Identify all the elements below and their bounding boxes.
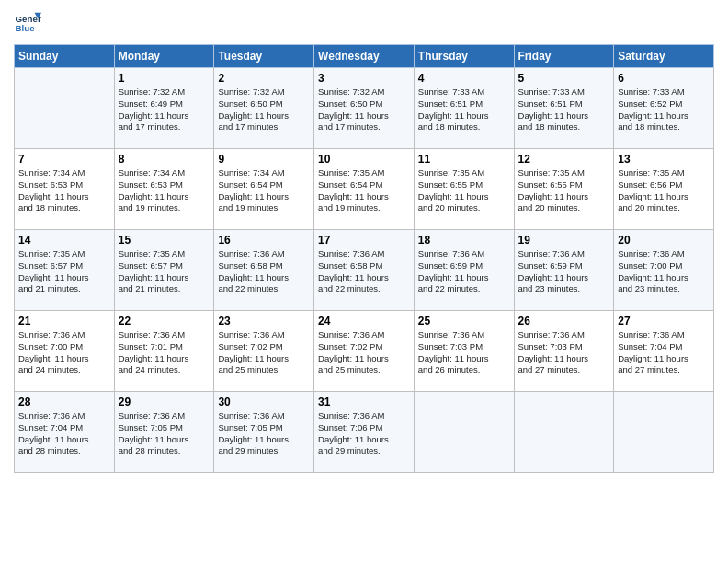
calendar-cell: 22Sunrise: 7:36 AM Sunset: 7:01 PM Dayli… <box>114 311 214 392</box>
day-info: Sunrise: 7:36 AM Sunset: 7:05 PM Dayligh… <box>218 410 310 457</box>
calendar-cell: 7Sunrise: 7:34 AM Sunset: 6:53 PM Daylig… <box>15 149 115 230</box>
calendar-cell <box>414 392 514 473</box>
calendar-cell: 15Sunrise: 7:35 AM Sunset: 6:57 PM Dayli… <box>114 230 214 311</box>
weekday-header-row: SundayMondayTuesdayWednesdayThursdayFrid… <box>15 45 714 68</box>
calendar-cell: 9Sunrise: 7:34 AM Sunset: 6:54 PM Daylig… <box>214 149 314 230</box>
calendar-body: 1Sunrise: 7:32 AM Sunset: 6:49 PM Daylig… <box>15 68 714 473</box>
day-info: Sunrise: 7:36 AM Sunset: 6:59 PM Dayligh… <box>518 248 610 295</box>
svg-text:Blue: Blue <box>16 23 36 33</box>
day-number: 3 <box>318 72 410 85</box>
calendar-cell: 12Sunrise: 7:35 AM Sunset: 6:55 PM Dayli… <box>514 149 614 230</box>
calendar-cell: 5Sunrise: 7:33 AM Sunset: 6:51 PM Daylig… <box>514 68 614 149</box>
calendar-cell: 20Sunrise: 7:36 AM Sunset: 7:00 PM Dayli… <box>614 230 714 311</box>
calendar-cell: 1Sunrise: 7:32 AM Sunset: 6:49 PM Daylig… <box>114 68 214 149</box>
day-info: Sunrise: 7:32 AM Sunset: 6:50 PM Dayligh… <box>218 86 310 133</box>
day-info: Sunrise: 7:36 AM Sunset: 6:58 PM Dayligh… <box>218 248 310 295</box>
day-number: 24 <box>318 315 410 327</box>
calendar-cell: 14Sunrise: 7:35 AM Sunset: 6:57 PM Dayli… <box>15 230 115 311</box>
weekday-header-sunday: Sunday <box>15 45 115 68</box>
calendar-cell: 4Sunrise: 7:33 AM Sunset: 6:51 PM Daylig… <box>414 68 514 149</box>
day-number: 16 <box>218 234 310 247</box>
day-info: Sunrise: 7:35 AM Sunset: 6:57 PM Dayligh… <box>18 248 110 295</box>
calendar-cell <box>514 392 614 473</box>
day-info: Sunrise: 7:34 AM Sunset: 6:53 PM Dayligh… <box>119 167 210 214</box>
day-number: 18 <box>418 234 510 247</box>
day-number: 23 <box>218 315 310 327</box>
calendar-cell: 31Sunrise: 7:36 AM Sunset: 7:06 PM Dayli… <box>314 392 415 473</box>
calendar-cell: 25Sunrise: 7:36 AM Sunset: 7:03 PM Dayli… <box>414 311 514 392</box>
calendar-cell: 17Sunrise: 7:36 AM Sunset: 6:58 PM Dayli… <box>314 230 415 311</box>
day-info: Sunrise: 7:32 AM Sunset: 6:50 PM Dayligh… <box>318 86 410 133</box>
day-number: 25 <box>418 315 510 327</box>
weekday-header-monday: Monday <box>114 45 214 68</box>
day-number: 9 <box>218 153 310 166</box>
day-info: Sunrise: 7:35 AM Sunset: 6:56 PM Dayligh… <box>618 167 710 214</box>
day-number: 27 <box>618 315 710 327</box>
week-row-4: 21Sunrise: 7:36 AM Sunset: 7:00 PM Dayli… <box>15 311 714 392</box>
day-number: 6 <box>618 72 710 85</box>
weekday-header-thursday: Thursday <box>414 45 514 68</box>
logo: General Blue <box>14 9 41 37</box>
day-info: Sunrise: 7:36 AM Sunset: 6:58 PM Dayligh… <box>318 248 410 295</box>
week-row-1: 1Sunrise: 7:32 AM Sunset: 6:49 PM Daylig… <box>15 68 714 149</box>
day-number: 15 <box>119 234 210 247</box>
day-info: Sunrise: 7:35 AM Sunset: 6:55 PM Dayligh… <box>518 167 610 214</box>
week-row-3: 14Sunrise: 7:35 AM Sunset: 6:57 PM Dayli… <box>15 230 714 311</box>
day-number: 30 <box>218 396 310 408</box>
calendar-cell: 11Sunrise: 7:35 AM Sunset: 6:55 PM Dayli… <box>414 149 514 230</box>
calendar-cell: 2Sunrise: 7:32 AM Sunset: 6:50 PM Daylig… <box>214 68 314 149</box>
day-info: Sunrise: 7:35 AM Sunset: 6:55 PM Dayligh… <box>418 167 510 214</box>
day-number: 4 <box>418 72 510 85</box>
calendar-cell: 23Sunrise: 7:36 AM Sunset: 7:02 PM Dayli… <box>214 311 314 392</box>
day-info: Sunrise: 7:36 AM Sunset: 7:04 PM Dayligh… <box>18 410 110 457</box>
day-number: 12 <box>518 153 610 166</box>
calendar-cell: 10Sunrise: 7:35 AM Sunset: 6:54 PM Dayli… <box>314 149 415 230</box>
day-info: Sunrise: 7:36 AM Sunset: 7:03 PM Dayligh… <box>418 329 510 376</box>
day-info: Sunrise: 7:32 AM Sunset: 6:49 PM Dayligh… <box>119 86 210 133</box>
day-number: 19 <box>518 234 610 247</box>
day-info: Sunrise: 7:36 AM Sunset: 7:04 PM Dayligh… <box>618 329 710 376</box>
day-info: Sunrise: 7:36 AM Sunset: 7:00 PM Dayligh… <box>618 248 710 295</box>
day-number: 17 <box>318 234 410 247</box>
calendar-cell: 21Sunrise: 7:36 AM Sunset: 7:00 PM Dayli… <box>15 311 115 392</box>
day-info: Sunrise: 7:36 AM Sunset: 7:01 PM Dayligh… <box>119 329 210 376</box>
day-number: 26 <box>518 315 610 327</box>
day-info: Sunrise: 7:33 AM Sunset: 6:52 PM Dayligh… <box>618 86 710 133</box>
day-number: 13 <box>618 153 710 166</box>
calendar-cell: 30Sunrise: 7:36 AM Sunset: 7:05 PM Dayli… <box>214 392 314 473</box>
page-container: General Blue SundayMondayTuesdayWednesda… <box>0 0 728 563</box>
calendar-cell: 28Sunrise: 7:36 AM Sunset: 7:04 PM Dayli… <box>15 392 115 473</box>
week-row-5: 28Sunrise: 7:36 AM Sunset: 7:04 PM Dayli… <box>15 392 714 473</box>
day-number: 10 <box>318 153 410 166</box>
day-number: 8 <box>119 153 210 166</box>
day-info: Sunrise: 7:35 AM Sunset: 6:54 PM Dayligh… <box>318 167 410 214</box>
day-info: Sunrise: 7:34 AM Sunset: 6:54 PM Dayligh… <box>218 167 310 214</box>
week-row-2: 7Sunrise: 7:34 AM Sunset: 6:53 PM Daylig… <box>15 149 714 230</box>
day-number: 21 <box>18 315 110 327</box>
weekday-header-tuesday: Tuesday <box>214 45 314 68</box>
calendar-cell: 24Sunrise: 7:36 AM Sunset: 7:02 PM Dayli… <box>314 311 415 392</box>
day-info: Sunrise: 7:36 AM Sunset: 7:02 PM Dayligh… <box>218 329 310 376</box>
day-number: 14 <box>18 234 110 247</box>
day-info: Sunrise: 7:36 AM Sunset: 7:02 PM Dayligh… <box>318 329 410 376</box>
calendar-cell: 6Sunrise: 7:33 AM Sunset: 6:52 PM Daylig… <box>614 68 714 149</box>
day-number: 7 <box>18 153 110 166</box>
day-number: 11 <box>418 153 510 166</box>
day-info: Sunrise: 7:35 AM Sunset: 6:57 PM Dayligh… <box>119 248 210 295</box>
weekday-header-friday: Friday <box>514 45 614 68</box>
day-info: Sunrise: 7:33 AM Sunset: 6:51 PM Dayligh… <box>418 86 510 133</box>
weekday-header-saturday: Saturday <box>614 45 714 68</box>
calendar-cell <box>614 392 714 473</box>
logo-icon: General Blue <box>14 9 41 37</box>
day-info: Sunrise: 7:34 AM Sunset: 6:53 PM Dayligh… <box>18 167 110 214</box>
day-info: Sunrise: 7:36 AM Sunset: 7:00 PM Dayligh… <box>18 329 110 376</box>
day-number: 20 <box>618 234 710 247</box>
header: General Blue <box>14 9 714 37</box>
day-info: Sunrise: 7:36 AM Sunset: 7:06 PM Dayligh… <box>318 410 410 457</box>
day-number: 31 <box>318 396 410 408</box>
calendar-cell: 18Sunrise: 7:36 AM Sunset: 6:59 PM Dayli… <box>414 230 514 311</box>
calendar-cell: 19Sunrise: 7:36 AM Sunset: 6:59 PM Dayli… <box>514 230 614 311</box>
day-number: 2 <box>218 72 310 85</box>
day-info: Sunrise: 7:33 AM Sunset: 6:51 PM Dayligh… <box>518 86 610 133</box>
calendar-cell: 8Sunrise: 7:34 AM Sunset: 6:53 PM Daylig… <box>114 149 214 230</box>
